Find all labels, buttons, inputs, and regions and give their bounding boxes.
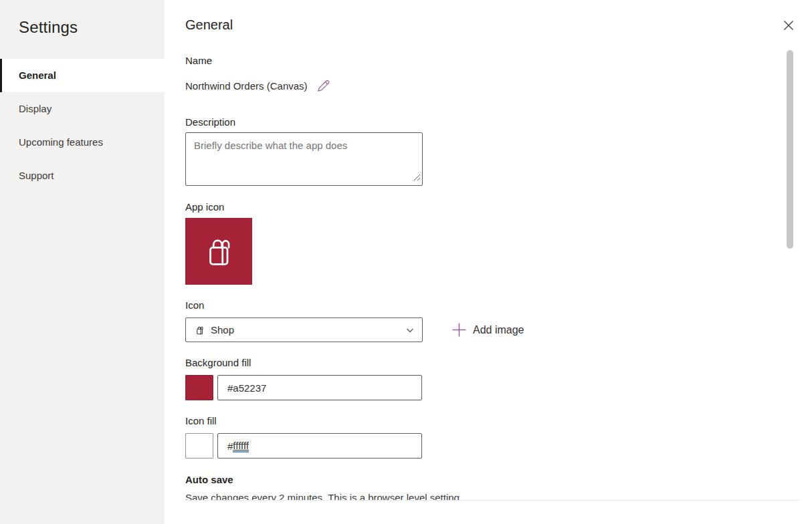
- chevron-down-icon: [405, 325, 415, 336]
- auto-save-description: Save changes every 2 minutes. This is a …: [185, 491, 667, 500]
- background-fill-input[interactable]: [217, 375, 422, 400]
- auto-save-label: Auto save: [185, 474, 233, 485]
- icon-fill-swatch[interactable]: [185, 433, 213, 458]
- general-settings-panel: General Name Northwind Orders (Canvas) D…: [165, 0, 812, 524]
- background-fill-swatch[interactable]: [185, 375, 213, 400]
- icon-dropdown[interactable]: Shop: [185, 317, 423, 342]
- icon-fill-hash: #: [227, 440, 233, 452]
- sidebar-item-general[interactable]: General: [0, 59, 165, 92]
- background-fill-row: [185, 375, 422, 400]
- add-image-button[interactable]: Add image: [451, 322, 524, 338]
- scrollbar-thumb[interactable]: [787, 50, 793, 249]
- app-icon-label: App icon: [185, 201, 224, 213]
- edit-name-button[interactable]: [316, 78, 330, 93]
- plus-icon: [451, 322, 467, 338]
- pencil-icon: [316, 78, 330, 93]
- sidebar-title: Settings: [19, 18, 78, 37]
- close-icon: [782, 19, 795, 32]
- icon-fill-hex: ffffff: [233, 440, 249, 452]
- sidebar-item-display[interactable]: Display: [0, 92, 165, 126]
- settings-nav: General Display Upcoming features Suppor…: [0, 59, 165, 192]
- divider: [185, 500, 800, 501]
- close-button[interactable]: [779, 16, 798, 35]
- description-label: Description: [185, 116, 235, 128]
- name-row: Northwind Orders (Canvas): [185, 78, 330, 93]
- icon-dropdown-value: Shop: [211, 324, 405, 336]
- icon-fill-row: #ffffff: [185, 433, 422, 458]
- icon-label: Icon: [185, 299, 204, 311]
- icon-fill-label: Icon fill: [185, 415, 217, 426]
- background-fill-label: Background fill: [185, 357, 251, 368]
- description-box: [185, 132, 423, 186]
- name-label: Name: [185, 55, 212, 66]
- app-name-value: Northwind Orders (Canvas): [185, 80, 308, 92]
- page-title: General: [185, 17, 233, 33]
- add-image-label: Add image: [473, 324, 524, 336]
- app-icon-preview: [185, 218, 252, 285]
- icon-fill-input[interactable]: #ffffff: [217, 433, 422, 458]
- description-input[interactable]: [185, 132, 423, 186]
- sidebar-item-support[interactable]: Support: [0, 159, 165, 192]
- icon-row: Shop Add image: [185, 317, 524, 342]
- settings-sidebar: Settings General Display Upcoming featur…: [0, 0, 165, 524]
- shop-glyph-icon: [195, 325, 205, 336]
- sidebar-item-upcoming-features[interactable]: Upcoming features: [0, 126, 165, 159]
- shopping-bag-icon: [202, 235, 235, 268]
